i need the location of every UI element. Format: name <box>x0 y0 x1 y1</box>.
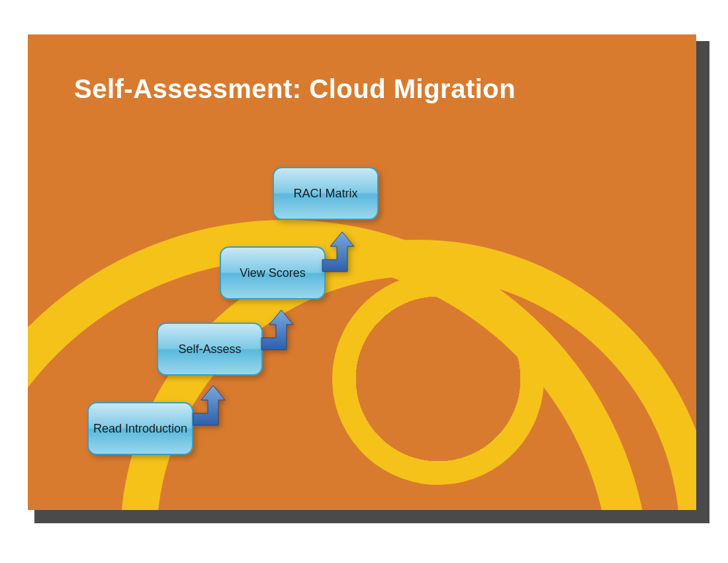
step-read-introduction[interactable]: Read Introduction <box>87 402 193 455</box>
slide-panel: Self-Assessment: Cloud Migration Read In… <box>28 34 696 510</box>
arrow-up-icon <box>255 305 295 351</box>
step-label: View Scores <box>240 266 306 281</box>
arrow-up-icon <box>316 227 355 273</box>
arrow-up-icon <box>187 380 226 427</box>
step-label: RACI Matrix <box>293 186 357 201</box>
step-view-scores[interactable]: View Scores <box>220 246 326 299</box>
slide-title: Self-Assessment: Cloud Migration <box>74 74 516 104</box>
step-self-assess[interactable]: Self-Assess <box>157 323 263 376</box>
step-raci-matrix[interactable]: RACI Matrix <box>273 167 379 220</box>
step-label: Read Introduction <box>93 421 187 436</box>
step-label: Self-Assess <box>178 342 241 357</box>
